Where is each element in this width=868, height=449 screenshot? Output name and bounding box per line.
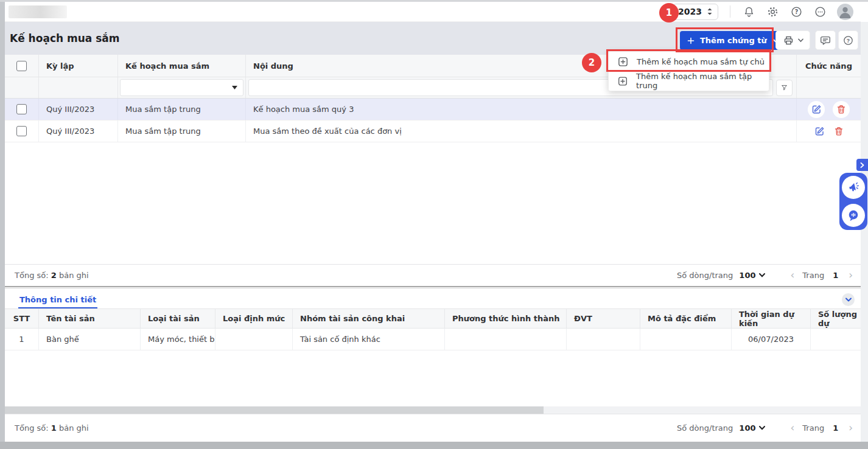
add-document-dropdown: Thêm kế hoạch mua sắm tự chủ Thêm kế hoạ…	[608, 51, 769, 91]
window-frame-bottom	[0, 442, 868, 449]
help-circle-icon[interactable]: ?	[789, 5, 803, 18]
stepper-icon	[707, 7, 713, 16]
row-actions	[796, 99, 861, 120]
row-select-cell	[5, 120, 38, 142]
chevron-down-icon	[759, 426, 765, 430]
detail-table-footer: Tổng số: 1 bản ghi Số dòng/trang 100 ‹ T…	[5, 414, 861, 442]
window-frame-left	[0, 0, 5, 449]
page-label: Trang	[802, 271, 824, 280]
row-actions	[796, 120, 861, 142]
cell-ky-lap: Quý III/2023	[38, 120, 117, 142]
main-table-body: Quý III/2023Mua sắm tập trungKế hoạch mu…	[5, 99, 861, 142]
total-records: Tổng số: 2 bản ghi	[15, 271, 89, 280]
rows-per-page-value: 100	[739, 423, 755, 433]
column-header-mo-ta: Mô tả đặc điểm	[640, 309, 731, 328]
filter-funnel-button[interactable]	[776, 80, 793, 96]
main-table-empty-area	[5, 142, 861, 264]
edit-button[interactable]	[814, 125, 825, 137]
plus-square-icon	[617, 75, 628, 87]
next-page-button[interactable]: ›	[847, 270, 855, 280]
expand-side-panel-button[interactable]	[856, 159, 868, 171]
prev-page-button[interactable]: ‹	[788, 423, 796, 433]
column-header-dvt: ĐVT	[566, 309, 640, 328]
row-checkbox[interactable]	[16, 104, 27, 114]
detail-table-row[interactable]: 1Bàn ghếMáy móc, thiết bị k...Tài sản cố…	[5, 329, 861, 350]
filter-empty-checkbox	[5, 77, 38, 98]
voice-chat-button[interactable]	[842, 204, 865, 227]
chevron-down-icon	[759, 273, 765, 277]
total-records: Tổng số: 1 bản ghi	[15, 423, 89, 433]
column-header-chuc-nang: Chức năng	[796, 55, 861, 77]
gear-icon[interactable]	[766, 5, 779, 18]
avatar[interactable]	[837, 4, 853, 20]
cell-ke-hoach-mua-sam: Mua sắm tập trung	[117, 99, 245, 120]
more-circle-icon[interactable]	[813, 5, 827, 18]
help-button[interactable]: ?	[838, 30, 858, 50]
menu-item-them-ke-hoach-tu-chu[interactable]: Thêm kế hoạch mua sắm tự chủ	[609, 52, 769, 71]
select-all-checkbox[interactable]	[16, 61, 27, 71]
add-document-label: Thêm chứng từ	[700, 36, 767, 45]
chat-icon	[819, 34, 831, 47]
detail-table-header: STT Tên tài sản Loại tài sản Loại định m…	[5, 309, 861, 329]
detail-tabs: Thông tin chi tiết	[5, 290, 861, 309]
rows-per-page-value: 100	[739, 271, 755, 280]
print-button[interactable]	[775, 30, 810, 50]
menu-item-them-ke-hoach-tap-trung[interactable]: Thêm kế hoạch mua sắm tập trung	[609, 71, 769, 91]
column-header-so-luong: Số lượng dự	[810, 309, 861, 328]
next-page-button[interactable]: ›	[847, 423, 855, 433]
delete-button[interactable]	[833, 101, 850, 118]
prev-page-button[interactable]: ‹	[788, 270, 796, 280]
add-document-button[interactable]: Thêm chứng từ	[680, 31, 786, 50]
filter-select-ke-hoach[interactable]	[120, 79, 243, 96]
column-header-stt: STT	[5, 309, 38, 328]
page-number: 1	[830, 423, 841, 433]
table-row[interactable]: Quý III/2023Mua sắm tập trungMua sắm the…	[5, 120, 861, 142]
rows-per-page-select[interactable]: 100	[739, 423, 765, 433]
svg-text:?: ?	[847, 37, 850, 43]
printer-icon	[782, 34, 795, 47]
caret-down-icon	[232, 86, 237, 89]
help-circle-icon: ?	[842, 34, 854, 47]
cell-so-luong	[810, 329, 861, 350]
cell-mo-ta	[640, 329, 731, 350]
total-unit: bản ghi	[59, 271, 89, 280]
total-unit: bản ghi	[59, 423, 89, 433]
detail-table-empty-area	[5, 350, 861, 406]
delete-button[interactable]	[833, 126, 844, 137]
page-label: Trang	[802, 423, 824, 433]
main-table-footer: Tổng số: 2 bản ghi Số dòng/trang 100 ‹ T…	[5, 264, 861, 286]
year-selector[interactable]: 2023	[673, 4, 718, 20]
announcement-button[interactable]	[842, 176, 865, 199]
trash-icon	[833, 126, 844, 137]
bell-icon[interactable]	[742, 5, 755, 18]
plus-icon	[687, 37, 695, 45]
year-value: 2023	[678, 7, 702, 16]
total-value: 2	[51, 271, 57, 280]
feedback-button[interactable]	[815, 30, 836, 50]
page-title: Kế hoạch mua sắm	[5, 32, 119, 44]
filter-funnel-icon	[780, 83, 788, 92]
edit-icon	[814, 125, 825, 137]
svg-text:?: ?	[794, 9, 798, 15]
row-checkbox[interactable]	[16, 126, 27, 136]
filter-empty-chuc-nang	[796, 77, 861, 98]
horizontal-scrollbar-thumb[interactable]	[5, 406, 544, 414]
total-label: Tổng số:	[15, 423, 49, 433]
filter-cell-ke-hoach	[117, 77, 245, 98]
rows-per-page-select[interactable]: 100	[739, 271, 765, 280]
panel-splitter[interactable]	[5, 286, 861, 290]
tab-thong-tin-chi-tiet[interactable]: Thông tin chi tiết	[18, 292, 97, 308]
total-label: Tổng số:	[15, 271, 49, 280]
megaphone-icon	[847, 181, 860, 194]
edit-button[interactable]	[808, 101, 825, 118]
support-widget	[839, 173, 867, 230]
filter-empty-ky-lap	[38, 77, 117, 98]
collapse-panel-button[interactable]	[842, 293, 855, 306]
topbar: 2023 ?	[5, 2, 861, 22]
chevron-down-icon	[845, 296, 852, 303]
page-number: 1	[830, 271, 841, 280]
cell-loai-tai-san: Máy móc, thiết bị k...	[140, 329, 215, 350]
cell-phuong-thuc	[444, 329, 566, 350]
edit-icon	[811, 103, 822, 115]
table-row[interactable]: Quý III/2023Mua sắm tập trungKế hoạch mu…	[5, 99, 861, 120]
